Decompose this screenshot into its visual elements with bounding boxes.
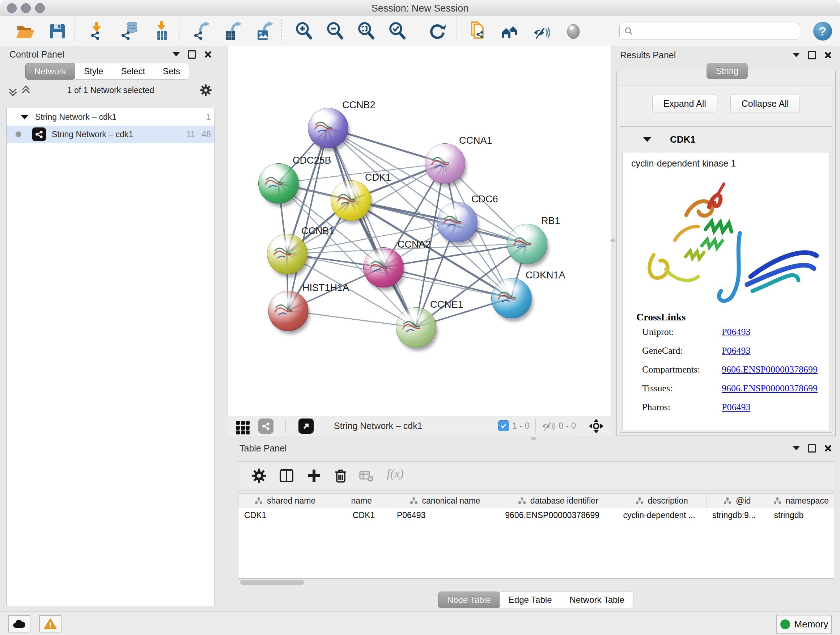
- tab-style[interactable]: Style: [75, 63, 112, 80]
- cell-shared-name[interactable]: CDK1: [238, 508, 332, 523]
- tab-node-table[interactable]: Node Table: [438, 592, 500, 608]
- show-columns-icon[interactable]: [279, 468, 294, 483]
- column-header[interactable]: name: [332, 494, 391, 508]
- panel-menu-icon[interactable]: [793, 53, 800, 57]
- network-node[interactable]: [396, 307, 436, 348]
- fit-content-crosshair-icon[interactable]: [588, 418, 604, 434]
- main-toolbar: ?: [0, 16, 840, 46]
- panel-float-icon[interactable]: [808, 51, 816, 59]
- expand-all-icon[interactable]: [22, 87, 30, 94]
- network-node[interactable]: [425, 143, 465, 184]
- network-type-icon[interactable]: [258, 418, 273, 434]
- cell-namespace[interactable]: stringdb: [768, 508, 834, 523]
- import-network-file-button[interactable]: [87, 21, 108, 42]
- tab-sets[interactable]: Sets: [154, 63, 189, 80]
- refresh-view-button[interactable]: [427, 21, 448, 42]
- cell-id[interactable]: stringdb:9...: [706, 508, 768, 523]
- network-node[interactable]: [268, 291, 309, 331]
- cell-database-identifier[interactable]: 9606.ENSP00000378699: [499, 508, 617, 523]
- horizontal-scrollbar-thumb[interactable]: [240, 580, 304, 585]
- cell-name[interactable]: CDK1: [332, 508, 391, 523]
- network-node[interactable]: [267, 234, 308, 274]
- crosslink-value-link[interactable]: 9606.ENSP00000378699: [722, 383, 818, 394]
- panel-close-icon[interactable]: [204, 50, 212, 58]
- panel-float-icon[interactable]: [808, 444, 816, 453]
- expand-all-button[interactable]: Expand All: [652, 94, 717, 113]
- tab-select[interactable]: Select: [112, 63, 154, 80]
- import-network-database-button[interactable]: [118, 21, 140, 42]
- zoom-fit-button[interactable]: [356, 21, 377, 42]
- network-row[interactable]: String Network – cdk1 11 48: [7, 126, 215, 143]
- collapse-all-icon[interactable]: [9, 87, 17, 94]
- network-edge[interactable]: [328, 128, 416, 327]
- panel-menu-icon[interactable]: [793, 446, 800, 450]
- tab-edge-table[interactable]: Edge Table: [500, 592, 561, 608]
- tab-network-table[interactable]: Network Table: [561, 592, 634, 608]
- network-node[interactable]: [507, 224, 547, 264]
- panel-menu-icon[interactable]: [172, 52, 180, 57]
- open-session-button[interactable]: [14, 21, 35, 42]
- section-expander-icon[interactable]: [643, 137, 651, 142]
- table-row[interactable]: CDK1 CDK1 P06493 9606.ENSP00000378699 cy…: [238, 508, 834, 523]
- import-table-file-button[interactable]: [151, 21, 172, 42]
- table-options-gear-icon[interactable]: [251, 468, 267, 483]
- panel-close-icon[interactable]: [824, 51, 832, 59]
- save-session-button[interactable]: [47, 21, 68, 42]
- cell-canonical-name[interactable]: P06493: [391, 508, 499, 523]
- network-node[interactable]: [363, 247, 404, 288]
- cloud-status-button[interactable]: [8, 615, 30, 632]
- crosslink-value-link[interactable]: P06493: [722, 345, 750, 356]
- network-collection-row[interactable]: String Network – cdk1 1: [7, 108, 215, 126]
- network-options-gear-icon[interactable]: [200, 84, 212, 96]
- column-header[interactable]: shared name: [238, 494, 332, 508]
- gene-section-header[interactable]: CDK1: [620, 127, 832, 152]
- help-button[interactable]: ?: [813, 22, 832, 41]
- column-header[interactable]: @id: [706, 494, 768, 508]
- crosslink-value-link[interactable]: P06493: [722, 402, 750, 413]
- export-network-button[interactable]: [191, 21, 212, 42]
- warnings-button[interactable]: [39, 615, 62, 632]
- table-panel-title: Table Panel: [240, 443, 793, 454]
- zoom-in-button[interactable]: [294, 21, 315, 42]
- collection-expander-icon[interactable]: [21, 115, 28, 119]
- open-folder-icon: [14, 21, 35, 42]
- network-node[interactable]: [308, 108, 348, 149]
- export-image-button[interactable]: [255, 21, 276, 42]
- zoom-selected-button[interactable]: [387, 21, 408, 42]
- crosslink-value-link[interactable]: 9606.ENSP00000378699: [722, 364, 818, 375]
- cell-description[interactable]: cyclin-dependent ...: [617, 508, 706, 523]
- vertical-splitter-handle[interactable]: [610, 239, 615, 242]
- horizontal-splitter-handle[interactable]: [531, 437, 536, 440]
- hide-selected-button[interactable]: [531, 21, 552, 42]
- export-table-button[interactable]: [223, 21, 244, 42]
- search-input[interactable]: [633, 26, 800, 36]
- column-header[interactable]: database identifier: [499, 494, 617, 508]
- panel-close-icon[interactable]: [824, 444, 832, 452]
- table-toolbar: f(x): [238, 461, 834, 491]
- column-header[interactable]: namespace: [768, 494, 834, 508]
- network-node[interactable]: [331, 180, 371, 221]
- network-node[interactable]: [491, 278, 532, 318]
- tab-network[interactable]: Network: [25, 63, 75, 80]
- memory-button[interactable]: Memory: [776, 615, 832, 633]
- network-node[interactable]: [258, 163, 299, 204]
- node-label: CCNB2: [342, 100, 376, 111]
- network-canvas[interactable]: CCNB2CCNA1CDC25BCDK1CDC6RB1CCNB1CCNA2CDK…: [227, 46, 611, 416]
- show-all-button[interactable]: [563, 21, 584, 42]
- first-neighbors-button[interactable]: [500, 21, 521, 42]
- birdseye-grid-icon[interactable]: [236, 421, 249, 434]
- crosslink-value-link[interactable]: P06493: [722, 326, 750, 337]
- panel-float-icon[interactable]: [188, 50, 196, 59]
- column-header[interactable]: description: [617, 494, 706, 508]
- new-network-from-selection-button[interactable]: [469, 21, 490, 42]
- zoom-out-button[interactable]: [325, 21, 346, 42]
- selected-checkbox-icon[interactable]: [498, 420, 509, 431]
- network-node[interactable]: [437, 202, 477, 242]
- open-in-window-icon[interactable]: [298, 418, 314, 434]
- delete-column-trash-icon[interactable]: [333, 468, 348, 483]
- add-column-icon[interactable]: [306, 468, 322, 483]
- search-field[interactable]: [619, 23, 800, 40]
- tab-string[interactable]: String: [706, 63, 748, 79]
- collapse-all-button[interactable]: Collapse All: [730, 94, 800, 113]
- column-header[interactable]: canonical name: [391, 494, 499, 508]
